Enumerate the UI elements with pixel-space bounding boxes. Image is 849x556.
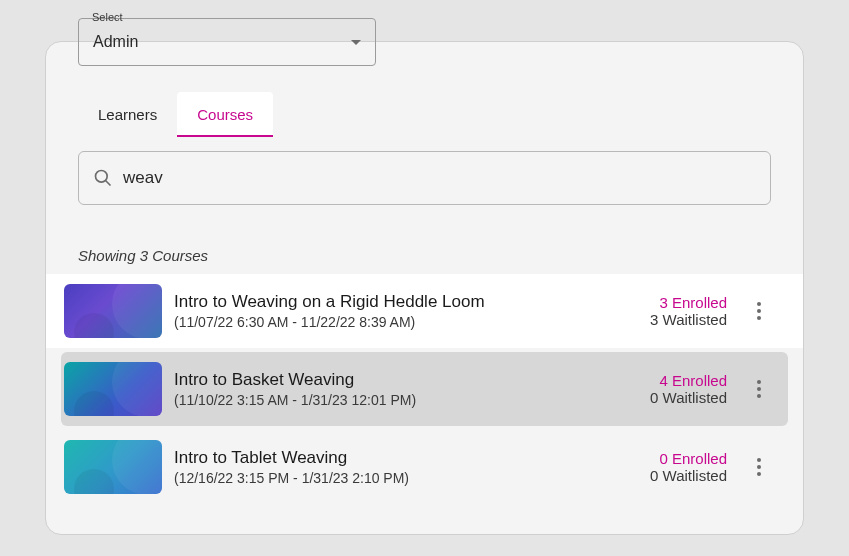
- result-summary: Showing 3 Courses: [78, 247, 771, 264]
- tab-courses-label: Courses: [197, 106, 253, 123]
- course-info: Intro to Weaving on a Rigid Heddle Loom …: [174, 292, 638, 330]
- tab-courses[interactable]: Courses: [177, 92, 273, 137]
- course-info: Intro to Tablet Weaving (12/16/22 3:15 P…: [174, 448, 638, 486]
- kebab-icon: [757, 302, 761, 306]
- tab-learners[interactable]: Learners: [78, 92, 177, 137]
- course-stats: 0 Enrolled 0 Waitlisted: [650, 450, 727, 484]
- role-select[interactable]: Select Admin: [78, 18, 376, 66]
- course-dates: (11/07/22 6:30 AM - 11/22/22 8:39 AM): [174, 314, 638, 330]
- kebab-icon: [757, 458, 761, 462]
- search-icon: [93, 168, 113, 188]
- search-field[interactable]: [78, 151, 771, 205]
- kebab-icon: [757, 394, 761, 398]
- admin-panel: Learners Courses Showing 3 Courses Intro…: [45, 41, 804, 535]
- course-row[interactable]: Intro to Weaving on a Rigid Heddle Loom …: [46, 274, 803, 348]
- tab-bar: Learners Courses: [78, 92, 771, 137]
- enrolled-count: 0 Enrolled: [650, 450, 727, 467]
- kebab-icon: [757, 472, 761, 476]
- search-input[interactable]: [123, 168, 756, 188]
- waitlisted-count: 3 Waitlisted: [650, 311, 727, 328]
- course-row[interactable]: Intro to Tablet Weaving (12/16/22 3:15 P…: [46, 430, 803, 504]
- course-title: Intro to Weaving on a Rigid Heddle Loom: [174, 292, 638, 312]
- course-thumbnail: [64, 284, 162, 338]
- waitlisted-count: 0 Waitlisted: [650, 389, 727, 406]
- more-menu-button[interactable]: [747, 295, 771, 327]
- kebab-icon: [757, 465, 761, 469]
- course-stats: 4 Enrolled 0 Waitlisted: [650, 372, 727, 406]
- course-title: Intro to Tablet Weaving: [174, 448, 638, 468]
- course-thumbnail: [64, 440, 162, 494]
- tab-learners-label: Learners: [98, 106, 157, 123]
- kebab-icon: [757, 387, 761, 391]
- more-menu-button[interactable]: [747, 451, 771, 483]
- course-row[interactable]: Intro to Basket Weaving (11/10/22 3:15 A…: [61, 352, 788, 426]
- enrolled-count: 4 Enrolled: [650, 372, 727, 389]
- course-dates: (11/10/22 3:15 AM - 1/31/23 12:01 PM): [174, 392, 638, 408]
- course-stats: 3 Enrolled 3 Waitlisted: [650, 294, 727, 328]
- role-select-value: Admin: [93, 33, 138, 51]
- course-info: Intro to Basket Weaving (11/10/22 3:15 A…: [174, 370, 638, 408]
- kebab-icon: [757, 309, 761, 313]
- course-thumbnail: [64, 362, 162, 416]
- svg-line-1: [106, 181, 111, 186]
- kebab-icon: [757, 316, 761, 320]
- enrolled-count: 3 Enrolled: [650, 294, 727, 311]
- svg-point-0: [96, 171, 108, 183]
- more-menu-button[interactable]: [747, 373, 771, 405]
- course-list: Intro to Weaving on a Rigid Heddle Loom …: [46, 274, 803, 504]
- course-dates: (12/16/22 3:15 PM - 1/31/23 2:10 PM): [174, 470, 638, 486]
- waitlisted-count: 0 Waitlisted: [650, 467, 727, 484]
- role-select-label: Select: [88, 11, 127, 23]
- chevron-down-icon: [351, 40, 361, 45]
- kebab-icon: [757, 380, 761, 384]
- course-title: Intro to Basket Weaving: [174, 370, 638, 390]
